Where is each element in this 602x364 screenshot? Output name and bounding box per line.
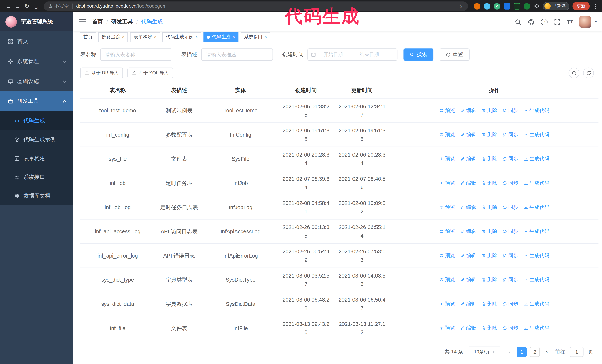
edit-link[interactable]: 编辑 <box>460 251 476 260</box>
preview-link[interactable]: 预览 <box>439 130 455 139</box>
end-date-input[interactable] <box>354 52 385 57</box>
edit-link[interactable]: 编辑 <box>460 130 476 139</box>
breadcrumb-devtools[interactable]: 研发工具 <box>111 18 133 25</box>
tab-close-icon[interactable]: × <box>232 35 235 39</box>
edit-link[interactable]: 编辑 <box>460 227 476 236</box>
sidebar-item-form-builder[interactable]: 表单构建 <box>0 149 73 168</box>
browser-menu-icon[interactable]: ⋮ <box>593 3 598 9</box>
extension-icon[interactable] <box>514 3 520 10</box>
page-button-2[interactable]: 2 <box>530 347 540 357</box>
next-page-button[interactable]: › <box>543 348 550 355</box>
extension-icon[interactable] <box>474 3 480 10</box>
toggle-search-button[interactable] <box>569 68 580 78</box>
delete-link[interactable]: 删除 <box>481 251 497 260</box>
sidebar-item-system[interactable]: 系统管理 <box>0 52 73 72</box>
fullscreen-icon[interactable] <box>554 19 560 25</box>
generate-code-link[interactable]: 生成代码 <box>524 154 549 163</box>
start-date-input[interactable] <box>317 52 349 57</box>
profile-paused-chip[interactable]: 已暂停 <box>543 2 570 10</box>
tab-tracing[interactable]: 链路追踪 × <box>98 32 128 42</box>
delete-link[interactable]: 删除 <box>481 106 497 114</box>
generate-code-link[interactable]: 生成代码 <box>524 227 549 236</box>
edit-link[interactable]: 编辑 <box>460 203 476 211</box>
preview-link[interactable]: 预览 <box>439 300 455 308</box>
delete-link[interactable]: 删除 <box>481 227 497 236</box>
tab-close-icon[interactable]: × <box>154 35 157 39</box>
page-button-1[interactable]: 1 <box>517 347 527 357</box>
goto-page-input[interactable] <box>570 347 584 357</box>
sync-link[interactable]: 同步 <box>503 203 518 211</box>
vue-devtools-extension-icon[interactable]: V <box>494 3 500 10</box>
sync-link[interactable]: 同步 <box>503 300 518 308</box>
sync-link[interactable]: 同步 <box>503 324 518 332</box>
delete-link[interactable]: 删除 <box>481 203 497 211</box>
reset-button[interactable]: 重置 <box>440 48 470 61</box>
preview-link[interactable]: 预览 <box>439 203 455 211</box>
address-bar[interactable]: ⚠ 不安全 dashboard.yudao.iocoder.cn/tool/co… <box>44 1 468 11</box>
search-button[interactable]: 搜索 <box>403 48 433 61</box>
table-desc-input[interactable] <box>201 48 273 61</box>
hamburger-icon[interactable] <box>79 19 86 25</box>
edit-link[interactable]: 编辑 <box>460 324 476 332</box>
generate-code-link[interactable]: 生成代码 <box>524 179 549 187</box>
table-name-input[interactable] <box>100 48 172 61</box>
generate-code-link[interactable]: 生成代码 <box>524 324 549 332</box>
extension-icon[interactable] <box>484 3 490 10</box>
delete-link[interactable]: 删除 <box>481 324 497 332</box>
tab-close-icon[interactable]: × <box>195 35 198 39</box>
sync-link[interactable]: 同步 <box>503 154 518 163</box>
extension-icon[interactable] <box>524 3 530 10</box>
sidebar-item-system-api[interactable]: 系统接口 <box>0 168 73 187</box>
preview-link[interactable]: 预览 <box>439 106 455 114</box>
delete-link[interactable]: 删除 <box>481 130 497 139</box>
generate-code-link[interactable]: 生成代码 <box>524 275 549 284</box>
delete-link[interactable]: 删除 <box>481 179 497 187</box>
sync-link[interactable]: 同步 <box>503 179 518 187</box>
bookmark-star-icon[interactable]: ☆ <box>458 3 463 9</box>
sync-link[interactable]: 同步 <box>503 251 518 260</box>
sidebar-item-db-docs[interactable]: 数据库文档 <box>0 187 73 205</box>
puzzle-extensions-icon[interactable] <box>533 3 540 10</box>
browser-update-button[interactable]: 更新 <box>572 2 590 10</box>
delete-link[interactable]: 删除 <box>481 154 497 163</box>
font-size-icon[interactable]: TT <box>567 19 573 25</box>
generate-code-link[interactable]: 生成代码 <box>524 300 549 308</box>
tab-home[interactable]: 首页 <box>80 32 96 42</box>
import-sql-button[interactable]: 基于 SQL 导入 <box>128 68 173 78</box>
tab-system-api[interactable]: 系统接口 × <box>241 32 270 42</box>
page-size-select[interactable]: 10条/页 ▼ <box>468 347 501 357</box>
tab-codegen-example[interactable]: 代码生成示例 × <box>162 32 201 42</box>
generate-code-link[interactable]: 生成代码 <box>524 130 549 139</box>
sidebar-item-codegen-example[interactable]: 代码生成示例 <box>0 130 73 149</box>
tab-codegen[interactable]: 代码生成 × <box>204 32 238 42</box>
sidebar-item-devtools[interactable]: 研发工具 <box>0 91 73 111</box>
preview-link[interactable]: 预览 <box>439 154 455 163</box>
edit-link[interactable]: 编辑 <box>460 154 476 163</box>
help-icon[interactable]: ? <box>541 19 547 25</box>
logo-row[interactable]: 芋道管理系统 <box>0 12 73 31</box>
generate-code-link[interactable]: 生成代码 <box>524 251 549 260</box>
refresh-table-button[interactable] <box>583 68 594 78</box>
search-icon[interactable] <box>515 19 521 25</box>
forward-icon[interactable]: → <box>13 1 22 11</box>
tab-close-icon[interactable]: × <box>265 35 267 39</box>
preview-link[interactable]: 预览 <box>439 324 455 332</box>
sync-link[interactable]: 同步 <box>503 275 518 284</box>
date-range-picker[interactable]: - <box>308 48 397 61</box>
sync-link[interactable]: 同步 <box>503 130 518 139</box>
delete-link[interactable]: 删除 <box>481 275 497 284</box>
edit-link[interactable]: 编辑 <box>460 179 476 187</box>
sidebar-item-home[interactable]: 首页 <box>0 31 73 52</box>
sidebar-item-infra[interactable]: 基础设施 <box>0 72 73 92</box>
breadcrumb-home[interactable]: 首页 <box>92 18 103 25</box>
edit-link[interactable]: 编辑 <box>460 275 476 284</box>
edit-link[interactable]: 编辑 <box>460 300 476 308</box>
chevron-down-icon[interactable]: ▼ <box>594 20 597 24</box>
tab-form-builder[interactable]: 表单构建 × <box>130 32 160 42</box>
back-icon[interactable]: ← <box>4 1 13 11</box>
delete-link[interactable]: 删除 <box>481 300 497 308</box>
import-db-button[interactable]: 基于 DB 导入 <box>80 68 123 78</box>
user-avatar[interactable] <box>580 16 591 28</box>
extension-icon[interactable] <box>504 3 510 10</box>
generate-code-link[interactable]: 生成代码 <box>524 106 549 114</box>
